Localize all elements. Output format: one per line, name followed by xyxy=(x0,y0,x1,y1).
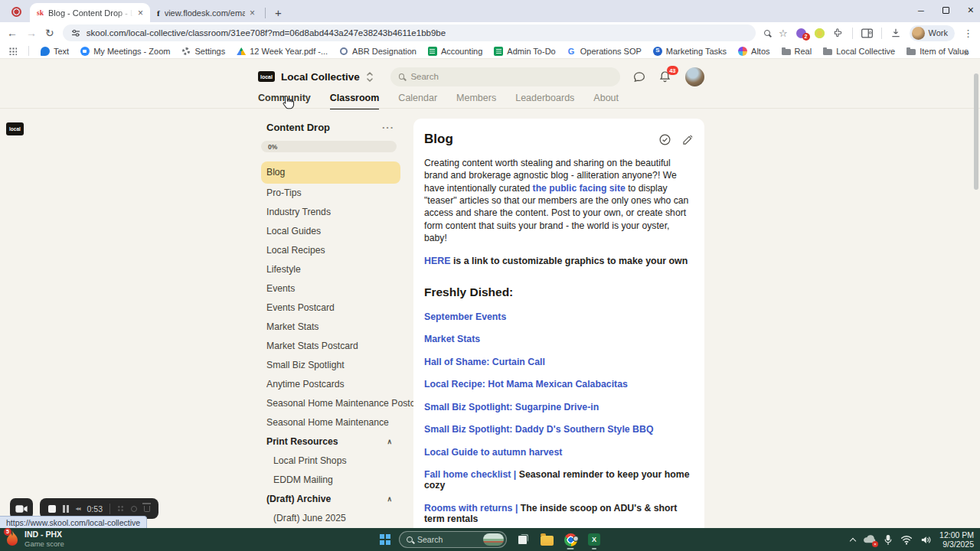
wifi-icon[interactable] xyxy=(900,535,913,545)
onedrive-status[interactable] xyxy=(863,533,876,546)
browser-tab-active[interactable]: sk Blog - Content Drop - Local xyxy=(30,3,150,22)
nav-tab[interactable]: Leaderboards xyxy=(515,93,574,109)
taskbar-clock[interactable]: 12:00 PM 9/3/2025 xyxy=(939,530,974,549)
taskbar-search[interactable] xyxy=(399,531,507,548)
start-button[interactable] xyxy=(380,534,390,545)
excel-taskbar-button[interactable] xyxy=(586,529,602,550)
article-link[interactable]: Local Guide to autumn harvest xyxy=(424,447,562,458)
maximize-button[interactable] xyxy=(942,7,949,14)
article-link[interactable]: Rooms with returns | xyxy=(424,503,521,514)
lesson-item[interactable]: (Draft) June 2025 xyxy=(261,509,400,528)
forward-button[interactable]: → xyxy=(26,28,37,38)
extension-icon-purple[interactable]: 2 xyxy=(796,28,806,38)
community-switcher-icon[interactable] xyxy=(366,71,374,83)
bookmark-my-meetings-zoom[interactable]: My Meetings - Zoom xyxy=(80,47,170,56)
close-tab-icon[interactable] xyxy=(250,8,255,18)
side-panel-icon[interactable] xyxy=(861,28,873,38)
file-explorer-button[interactable] xyxy=(539,529,554,550)
lesson-item[interactable]: Local Guides xyxy=(261,222,400,241)
edit-pencil-icon[interactable] xyxy=(682,134,694,145)
extensions-puzzle-icon[interactable] xyxy=(833,28,844,38)
community-logo[interactable]: local xyxy=(258,71,275,82)
taskbar-widget[interactable]: 5 IND - PHX Game score xyxy=(5,530,64,548)
download-icon[interactable] xyxy=(890,28,901,38)
bookmark-star-icon[interactable] xyxy=(779,26,788,40)
article-link[interactable]: Small Biz Spotlight: Daddy D's Southern … xyxy=(424,424,653,435)
extension-icon-yellow[interactable] xyxy=(815,28,825,38)
zoom-page-icon[interactable] xyxy=(764,30,770,36)
nav-tab[interactable]: Members xyxy=(456,93,496,109)
lesson-item[interactable]: Local Recipes xyxy=(261,241,400,260)
minimize-button[interactable] xyxy=(918,3,924,17)
bookmark-local-collective[interactable]: Local Collective xyxy=(823,47,895,56)
browser-profile-chip[interactable]: Work xyxy=(910,25,955,41)
article-link[interactable]: September Events xyxy=(424,311,506,322)
page-scrollbar-thumb[interactable] xyxy=(974,73,978,190)
browser-tab-inactive[interactable]: f view.flodesk.com/emails/68a6a xyxy=(150,3,262,22)
lesson-item[interactable]: Events Postcard xyxy=(261,298,400,318)
community-name[interactable]: Local Collective xyxy=(281,71,360,83)
reload-button[interactable]: ↻ xyxy=(45,28,54,38)
lesson-item[interactable]: Local Print Shops xyxy=(261,452,400,471)
bookmark-marketing-tasks[interactable]: Marketing Tasks xyxy=(653,47,727,56)
article-link[interactable]: Hall of Shame: Curtain Call xyxy=(424,357,545,367)
article-link[interactable]: Fall home checklist | xyxy=(424,469,519,480)
task-view-button[interactable] xyxy=(515,529,531,550)
community-search[interactable] xyxy=(390,67,620,86)
chrome-taskbar-button[interactable] xyxy=(563,529,578,550)
close-tab-icon[interactable] xyxy=(138,8,143,18)
bookmark-operations-sop[interactable]: Operations SOP xyxy=(567,47,642,56)
close-window-button[interactable] xyxy=(968,3,974,17)
browser-menu-icon[interactable] xyxy=(963,26,973,40)
chat-button[interactable] xyxy=(632,70,646,83)
lesson-item[interactable]: Small Biz Spotlight xyxy=(261,356,400,375)
annotate-grid-icon[interactable] xyxy=(117,505,124,512)
bookmark-altos[interactable]: Altos xyxy=(738,47,769,56)
lesson-item[interactable]: Lifestyle xyxy=(261,260,400,279)
pause-recording-icon[interactable] xyxy=(63,505,69,513)
bookmark-item-of-value[interactable]: Item of Value xyxy=(906,47,969,56)
floating-local-logo[interactable]: local xyxy=(6,122,24,135)
microphone-icon[interactable] xyxy=(884,534,893,546)
bookmark-accounting[interactable]: Accounting xyxy=(428,47,482,56)
taskbar-search-input[interactable] xyxy=(417,535,477,544)
article-link[interactable]: Small Biz Spotlight: Sugarpine Drive-in xyxy=(424,402,599,412)
article-link[interactable]: Local Recipe: Hot Mama Mexican Calabacit… xyxy=(424,379,628,390)
bookmark-text[interactable]: Text xyxy=(41,47,69,56)
stop-recording-icon[interactable] xyxy=(48,505,56,513)
bookmark-abr-designation[interactable]: ABR Designation xyxy=(339,47,416,56)
mark-complete-icon[interactable] xyxy=(658,133,671,146)
user-avatar[interactable] xyxy=(685,67,704,86)
lesson-item[interactable]: Blog xyxy=(261,161,400,184)
lesson-item[interactable]: Pro-Tips xyxy=(261,184,400,203)
delete-recording-icon[interactable] xyxy=(144,506,150,512)
nav-tab[interactable]: About xyxy=(593,93,619,109)
tray-overflow-icon[interactable] xyxy=(850,537,856,543)
restart-icon[interactable] xyxy=(131,506,137,512)
here-link[interactable]: HERE xyxy=(424,256,450,266)
new-tab-button[interactable]: + xyxy=(270,6,286,19)
bookmark-12-week-year-pdf[interactable]: 12 Week Year.pdf -... xyxy=(237,47,328,56)
search-input[interactable] xyxy=(410,72,612,81)
public-site-link[interactable]: the public facing site xyxy=(533,183,626,194)
site-settings-icon[interactable] xyxy=(71,28,80,37)
lesson-item[interactable]: Seasonal Home Maintenance xyxy=(261,413,400,432)
lesson-item[interactable]: (Draft) Archive xyxy=(261,490,400,509)
bookmark-settings[interactable]: Settings xyxy=(181,47,225,56)
rewind-icon[interactable]: ◂◂ xyxy=(76,505,80,512)
course-menu-icon[interactable] xyxy=(382,120,394,134)
apps-grid-icon[interactable] xyxy=(8,47,17,55)
lesson-item[interactable]: Market Stats xyxy=(261,318,400,337)
bookmark-admin-to-do[interactable]: Admin To-Do xyxy=(494,47,555,56)
search-highlight-image[interactable] xyxy=(483,533,504,546)
notifications-button[interactable]: 43 xyxy=(658,70,671,83)
lesson-item[interactable]: EDDM Mailing xyxy=(261,471,400,490)
article-link[interactable]: Market Stats xyxy=(424,334,480,344)
bookmark-real[interactable]: Real xyxy=(782,47,812,56)
nav-tab[interactable]: Classroom xyxy=(330,93,380,109)
lesson-item[interactable]: Market Stats Postcard xyxy=(261,337,400,356)
lesson-item[interactable]: Industry Trends xyxy=(261,203,400,222)
nav-tab[interactable]: Calendar xyxy=(398,93,437,109)
back-button[interactable]: ← xyxy=(7,28,18,38)
lesson-item[interactable]: Print Resources xyxy=(261,432,400,452)
